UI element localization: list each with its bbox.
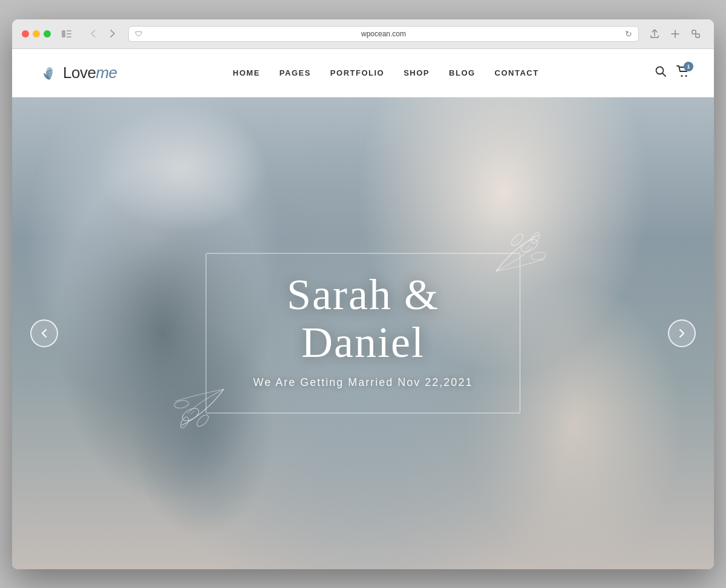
slider-prev-button[interactable] [30, 319, 58, 347]
logo-text: Loveme [63, 64, 117, 82]
nav-home[interactable]: HOME [233, 68, 260, 77]
nav-portfolio[interactable]: PORTFOLIO [330, 68, 384, 77]
nav-contact[interactable]: CONTACT [495, 68, 539, 77]
url-text: wpocean.com [146, 30, 621, 38]
svg-line-20 [605, 97, 617, 279]
logo-love: Love [63, 64, 96, 82]
svg-point-12 [685, 75, 687, 77]
share-button[interactable] [646, 25, 663, 42]
svg-point-17 [12, 339, 194, 569]
slider-next-button[interactable] [668, 319, 696, 347]
security-icon: 🛡 [135, 30, 142, 38]
floral-decoration-top [442, 223, 551, 319]
browser-chrome: 🛡 wpocean.com ↻ [12, 19, 714, 49]
website-content: Loveme HOME PAGES PORTFOLIO SHOP BLOG CO… [12, 49, 714, 569]
svg-line-19 [109, 218, 121, 339]
hero-content: Sarah & Daniel We Are Getting Married No… [188, 241, 538, 425]
nav-blog[interactable]: BLOG [449, 68, 476, 77]
svg-point-25 [185, 128, 299, 224]
header-actions: 1 [655, 65, 690, 80]
svg-line-18 [103, 97, 121, 218]
minimize-button[interactable] [33, 30, 40, 38]
browser-window: 🛡 wpocean.com ↻ [12, 19, 714, 569]
hero-frame: Sarah & Daniel We Are Getting Married No… [188, 241, 538, 425]
forward-button[interactable] [104, 25, 121, 42]
svg-rect-1 [67, 30, 71, 31]
cart-button[interactable]: 1 [676, 65, 690, 80]
svg-rect-4 [692, 30, 696, 34]
address-bar[interactable]: 🛡 wpocean.com ↻ [128, 26, 639, 42]
refresh-button[interactable]: ↻ [625, 29, 632, 39]
logo-me: me [96, 64, 117, 82]
svg-rect-2 [67, 33, 71, 34]
svg-point-47 [179, 416, 191, 429]
browser-nav-buttons [85, 25, 121, 42]
window-button[interactable] [687, 25, 704, 42]
svg-rect-5 [696, 34, 699, 38]
svg-point-43 [530, 231, 541, 244]
hero-section: Sarah & Daniel We Are Getting Married No… [12, 97, 714, 569]
search-button[interactable] [655, 65, 667, 80]
nav-shop[interactable]: SHOP [404, 68, 430, 77]
browser-actions [646, 25, 704, 42]
floral-decoration-bottom [169, 341, 278, 437]
svg-rect-3 [67, 36, 71, 38]
maximize-button[interactable] [44, 30, 51, 38]
nav-pages[interactable]: PAGES [280, 68, 311, 77]
new-tab-button[interactable] [667, 25, 684, 42]
back-button[interactable] [85, 25, 102, 42]
sidebar-toggle-button[interactable] [58, 25, 75, 42]
logo-icon [36, 60, 60, 85]
cart-badge: 1 [684, 62, 693, 71]
svg-rect-0 [62, 30, 65, 38]
traffic-lights [22, 30, 51, 38]
logo[interactable]: Loveme [36, 60, 117, 85]
close-button[interactable] [22, 30, 29, 38]
main-navigation: HOME PAGES PORTFOLIO SHOP BLOG CONTACT [233, 68, 539, 77]
site-header: Loveme HOME PAGES PORTFOLIO SHOP BLOG CO… [12, 49, 714, 97]
svg-point-11 [681, 75, 682, 77]
